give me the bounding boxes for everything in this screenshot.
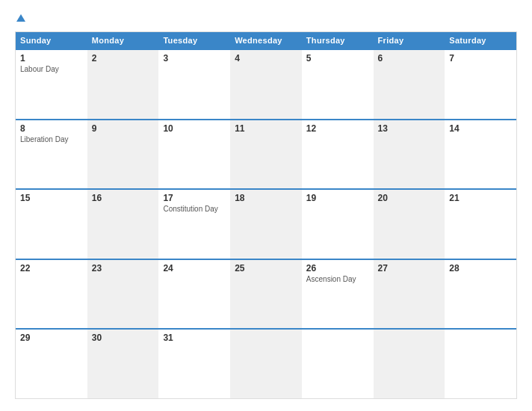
holiday-name: Ascension Day [306, 275, 369, 284]
day-cell: 5 [302, 50, 374, 119]
day-cell: 28 [445, 260, 516, 329]
day-cell: 26Ascension Day [302, 260, 374, 329]
day-header-sunday: Sunday [16, 32, 87, 49]
holiday-name: Labour Day [20, 65, 83, 74]
day-number: 3 [163, 53, 226, 64]
day-cell: 31 [158, 330, 230, 398]
day-number: 23 [92, 263, 155, 274]
day-header-friday: Friday [374, 32, 445, 49]
day-cell [302, 330, 374, 398]
day-cell: 15 [16, 190, 87, 259]
day-cell: 3 [158, 50, 230, 119]
day-cell: 16 [87, 190, 159, 259]
day-header-monday: Monday [87, 32, 159, 49]
calendar: SundayMondayTuesdayWednesdayThursdayFrid… [15, 31, 517, 399]
day-number: 16 [92, 193, 155, 203]
day-number: 6 [378, 53, 441, 64]
day-number: 15 [20, 193, 83, 203]
day-number: 17 [163, 193, 226, 203]
day-number: 5 [306, 53, 369, 64]
day-number: 26 [306, 263, 369, 274]
day-cell [374, 330, 445, 398]
day-headers-row: SundayMondayTuesdayWednesdayThursdayFrid… [16, 32, 516, 49]
day-cell: 23 [87, 260, 159, 329]
day-number: 9 [92, 123, 155, 134]
holiday-name: Constitution Day [163, 205, 226, 214]
week-row-1: 1Labour Day234567 [16, 49, 516, 119]
day-cell: 20 [374, 190, 445, 259]
day-cell: 19 [302, 190, 374, 259]
day-header-tuesday: Tuesday [158, 32, 230, 49]
day-number: 7 [449, 53, 512, 64]
week-row-5: 293031 [16, 328, 516, 398]
day-number: 11 [235, 123, 297, 134]
week-row-4: 2223242526Ascension Day2728 [16, 259, 516, 329]
day-number: 18 [235, 193, 297, 203]
logo-triangle-icon [16, 14, 25, 22]
day-cell: 1Labour Day [16, 50, 87, 119]
day-cell: 6 [374, 50, 445, 119]
day-number: 27 [378, 263, 441, 274]
day-number: 25 [235, 263, 297, 274]
holiday-name: Liberation Day [20, 135, 83, 144]
day-cell: 29 [16, 330, 87, 398]
day-cell [445, 330, 516, 398]
day-cell: 25 [230, 260, 302, 329]
day-number: 28 [449, 263, 512, 274]
day-cell [230, 330, 302, 398]
day-number: 20 [378, 193, 441, 203]
calendar-page: SundayMondayTuesdayWednesdayThursdayFrid… [0, 0, 532, 411]
day-number: 31 [163, 333, 226, 343]
day-cell: 2 [87, 50, 159, 119]
week-row-3: 151617Constitution Day18192021 [16, 188, 516, 259]
day-cell: 21 [445, 190, 516, 259]
day-cell: 10 [158, 120, 230, 189]
day-cell: 12 [302, 120, 374, 189]
day-header-wednesday: Wednesday [230, 32, 302, 49]
day-number: 2 [92, 53, 155, 64]
day-header-saturday: Saturday [445, 32, 516, 49]
day-cell: 8Liberation Day [16, 120, 87, 189]
day-cell: 9 [87, 120, 159, 189]
day-cell: 17Constitution Day [158, 190, 230, 259]
header [15, 12, 517, 24]
day-number: 30 [92, 333, 155, 343]
calendar-body: 1Labour Day2345678Liberation Day91011121… [16, 49, 516, 398]
day-cell: 30 [87, 330, 159, 398]
day-number: 29 [20, 333, 83, 343]
day-cell: 13 [374, 120, 445, 189]
day-number: 19 [306, 193, 369, 203]
day-header-thursday: Thursday [302, 32, 374, 49]
day-number: 4 [235, 53, 297, 64]
day-cell: 14 [445, 120, 516, 189]
day-cell: 18 [230, 190, 302, 259]
day-number: 24 [163, 263, 226, 274]
day-number: 10 [163, 123, 226, 134]
day-number: 22 [20, 263, 83, 274]
logo [15, 12, 25, 24]
day-number: 1 [20, 53, 83, 64]
day-number: 12 [306, 123, 369, 134]
day-cell: 22 [16, 260, 87, 329]
day-number: 13 [378, 123, 441, 134]
day-cell: 27 [374, 260, 445, 329]
day-number: 21 [449, 193, 512, 203]
week-row-2: 8Liberation Day91011121314 [16, 119, 516, 189]
day-cell: 7 [445, 50, 516, 119]
day-cell: 11 [230, 120, 302, 189]
day-number: 8 [20, 123, 83, 134]
day-cell: 24 [158, 260, 230, 329]
day-cell: 4 [230, 50, 302, 119]
day-number: 14 [449, 123, 512, 134]
logo-general [15, 12, 25, 24]
